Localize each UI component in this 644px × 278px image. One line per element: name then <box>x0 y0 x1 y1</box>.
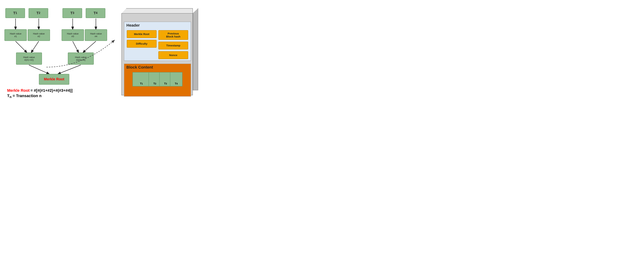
block-front-face: Header Merkle Root Difficulty PreviousBl… <box>122 13 193 95</box>
block-tx1: T1 <box>132 72 150 86</box>
block-3d: Header Merkle Root Difficulty PreviousBl… <box>122 8 198 94</box>
svg-line-6 <box>73 41 78 52</box>
nonce-field: Nonce <box>158 51 188 59</box>
hash4-box: Hash value#4 <box>85 29 107 41</box>
main-container: T1 T2 T3 T4 Hash value#1 Hash value#2 Ha… <box>4 8 246 99</box>
content-title: Block Content <box>124 64 191 71</box>
tx1-box: T1 <box>5 8 25 18</box>
header-section: Header Merkle Root Difficulty PreviousBl… <box>124 22 191 61</box>
legend: Merkle Root = #[#(#1+#2)+#(#3+#4)] Tn = … <box>4 88 111 99</box>
tx3-box: T3 <box>62 8 82 18</box>
tx4-box: T4 <box>86 8 105 18</box>
legend-formula: Merkle Root = #[#(#1+#2)+#(#3+#4)] <box>7 88 111 93</box>
header-title: Header <box>124 22 191 29</box>
block-side-face <box>193 8 198 90</box>
svg-line-4 <box>16 41 27 52</box>
difficulty-field: Difficulty <box>127 40 156 48</box>
merkle-root-box: Merkle Root <box>39 74 69 85</box>
merkle-section: T1 T2 T3 T4 Hash value#1 Hash value#2 Ha… <box>4 8 111 99</box>
header-fields: Merkle Root Difficulty PreviousBlock has… <box>124 29 191 60</box>
hash34-box: Hash value#(#3+#4) <box>68 52 94 65</box>
svg-line-9 <box>58 65 81 74</box>
content-section: Block Content T1 T2 T3 T4 <box>124 64 191 96</box>
transactions-area: T1 T2 T3 T4 <box>124 71 191 88</box>
block-section: Header Merkle Root Difficulty PreviousBl… <box>122 8 207 94</box>
tree-arrows <box>4 8 111 85</box>
timestamp-field: Timestamp <box>158 42 188 50</box>
hash3-box: Hash value#3 <box>62 29 84 41</box>
svg-line-8 <box>29 65 49 74</box>
hash2-box: Hash value#2 <box>28 29 50 41</box>
hash1-box: Hash value#1 <box>4 29 27 41</box>
block-tx4: T4 <box>170 72 182 86</box>
merkle-root-field: Merkle Root <box>127 30 156 38</box>
legend-formula-rest: = #[#(#1+#2)+#(#3+#4)] <box>30 88 72 93</box>
svg-line-7 <box>83 41 96 52</box>
legend-merkle-root-label: Merkle Root <box>7 88 30 93</box>
tree-diagram: T1 T2 T3 T4 Hash value#1 Hash value#2 Ha… <box>4 8 111 85</box>
prev-block-hash-field: PreviousBlock hash <box>158 30 188 40</box>
block-top-face <box>122 8 193 14</box>
svg-line-5 <box>31 41 39 52</box>
legend-tx-label: Tn = Transaction n <box>7 94 111 99</box>
hash12-box: Hash value#(#1+#2) <box>16 52 42 65</box>
tx2-box: T2 <box>28 8 48 18</box>
